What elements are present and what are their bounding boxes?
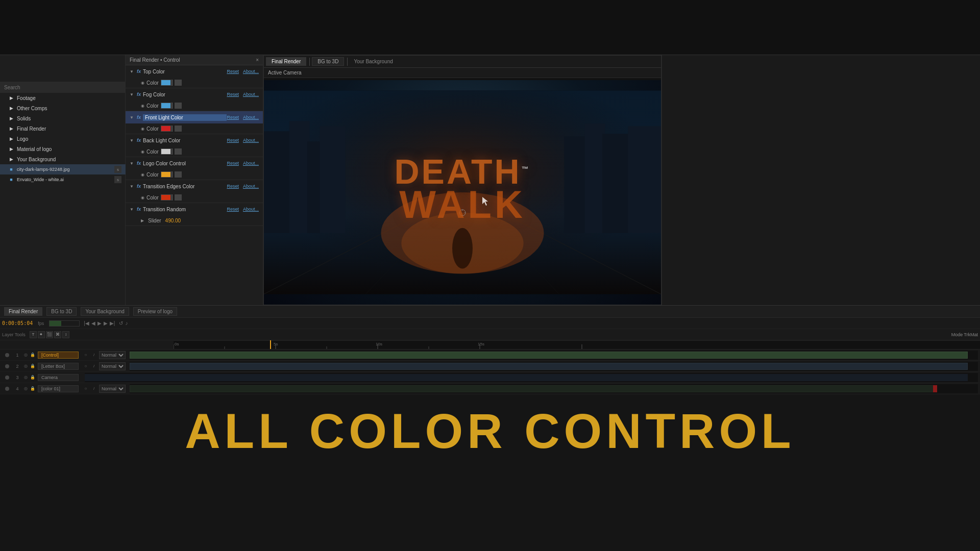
tool-btn-2[interactable]: ✦ — [38, 331, 45, 338]
transition-edges-color-sub-row[interactable]: ◉ Color — [126, 192, 263, 203]
reset-button[interactable]: Reset — [227, 184, 239, 189]
reset-button[interactable]: Reset — [227, 161, 239, 166]
color-swatch-gray6[interactable] — [175, 194, 182, 201]
about-button[interactable]: About... — [243, 207, 259, 212]
list-item-envato[interactable]: ■ Envato_Wide - white.ai s — [0, 174, 126, 185]
layer-2-shy[interactable]: ○ — [83, 363, 89, 369]
slider-row[interactable]: ▶ Slider 490.00 — [126, 215, 263, 226]
tab-your-background[interactable]: Your Background — [350, 58, 397, 65]
slider-value[interactable]: 490.00 — [165, 218, 181, 223]
about-button[interactable]: About... — [243, 184, 259, 189]
list-item-your-bg[interactable]: ▶ Your Background — [0, 154, 126, 164]
control-row-transition-edges[interactable]: ▼ fx Transition Edges Color Reset About.… — [126, 180, 263, 192]
list-item-material[interactable]: ▶ Material of logo — [0, 144, 126, 154]
reset-button[interactable]: Reset — [227, 138, 239, 143]
tab-bg-to-3d[interactable]: BG to 3D — [312, 57, 344, 66]
layer-4-shy[interactable]: ○ — [83, 386, 89, 392]
list-item-solids[interactable]: ▶ Solids — [0, 113, 126, 123]
back-light-color-sub-row[interactable]: ◉ Color — [126, 146, 263, 157]
color-swatch-orange[interactable] — [161, 171, 171, 178]
color-swatch-gray4[interactable] — [175, 148, 182, 155]
control-row-back-light[interactable]: ▼ fx Back Light Color Reset About... — [126, 134, 263, 146]
about-button[interactable]: About... — [243, 138, 259, 143]
tl-play-button[interactable]: ▶ — [97, 320, 102, 326]
logo-color-sub-row[interactable]: ◉ Color — [126, 169, 263, 180]
tl-jump-start[interactable]: |◀ — [84, 320, 89, 326]
reset-button[interactable]: Reset — [227, 115, 239, 120]
layer-2-mode-select[interactable]: Normal — [99, 362, 126, 370]
tl-timecode[interactable]: 0:00:05:04 — [2, 320, 33, 326]
tl-prev-frame[interactable]: ◀ — [91, 320, 95, 326]
layer-3-visibility[interactable] — [5, 375, 9, 380]
layer-1-visibility[interactable] — [5, 353, 9, 357]
layer-1-shy[interactable]: ○ — [83, 352, 89, 358]
layer-2-visibility[interactable] — [5, 364, 9, 368]
list-item-logo[interactable]: ▶ Logo — [0, 134, 126, 144]
color-swatch-red[interactable] — [161, 126, 171, 132]
control-row-top-color[interactable]: ▼ fx Top Color Reset About... — [126, 65, 263, 78]
color-swatch-gray[interactable] — [175, 80, 182, 86]
layer-4-label[interactable]: [color 01] — [38, 385, 79, 392]
layer-1-lock[interactable]: 🔒 — [30, 352, 36, 358]
layer-3-solo[interactable]: ◎ — [22, 374, 29, 381]
layer-4-visibility[interactable] — [5, 387, 9, 391]
layer-4-mode-select[interactable]: Normal — [99, 385, 126, 393]
color-swatch-gray5[interactable] — [175, 171, 182, 178]
tl-audio-button[interactable]: ♪ — [125, 320, 128, 326]
layer-4-collapse[interactable]: / — [91, 386, 97, 392]
layer-1-collapse[interactable]: / — [91, 352, 97, 358]
layer-2-lock[interactable]: 🔒 — [30, 363, 36, 369]
list-item-final-render[interactable]: ▶ Final Render — [0, 123, 126, 134]
about-button[interactable]: About... — [243, 69, 259, 74]
color-swatch-white[interactable] — [161, 148, 171, 155]
tool-btn-4[interactable]: ⌘ — [54, 331, 61, 338]
about-button[interactable]: About... — [243, 92, 259, 97]
color-swatch-blue[interactable] — [161, 80, 171, 86]
color-swatch-darkorange[interactable] — [161, 194, 171, 201]
left-panel: ▶ Footage ▶ Other Comps ▶ Solids ▶ Final… — [0, 55, 126, 305]
tl-tab-preview[interactable]: Preview of logo — [133, 307, 177, 316]
layer-3-lock[interactable]: 🔒 — [30, 374, 36, 381]
tl-jump-end[interactable]: ▶| — [110, 320, 115, 326]
tl-tab-bg-to-3d[interactable]: BG to 3D — [46, 307, 77, 316]
control-row-transition-random[interactable]: ▼ fx Transition Random Reset About... — [126, 203, 263, 215]
fog-color-sub-row[interactable]: ◉ Color — [126, 101, 263, 111]
color-sub-row[interactable]: ◉ Color — [126, 78, 263, 88]
tl-tab-final-render[interactable]: Final Render — [4, 307, 42, 316]
list-item-city-img[interactable]: ■ city-dark-lamps-92248.jpg s — [0, 164, 126, 174]
control-row-logo-color[interactable]: ▼ fx Logo Color Control Reset About... — [126, 157, 263, 169]
reset-button[interactable]: Reset — [227, 69, 239, 74]
reset-button[interactable]: Reset — [227, 92, 239, 97]
layer-2-label[interactable]: [Letter Box] — [38, 363, 79, 370]
search-input[interactable] — [0, 82, 126, 93]
layer-3-label[interactable]: Camera — [38, 374, 79, 381]
tl-tab-your-bg[interactable]: Your Background — [81, 307, 129, 316]
layer-2-solo[interactable]: ◎ — [22, 363, 29, 369]
color-swatch-gray3[interactable] — [175, 126, 182, 132]
tab-final-render[interactable]: Final Render — [266, 57, 306, 66]
front-light-color-sub-row[interactable]: ◉ Color — [126, 123, 263, 134]
tool-btn-1[interactable]: T — [30, 331, 37, 338]
close-icon[interactable]: × — [256, 57, 259, 63]
layer-4-lock[interactable]: 🔒 — [30, 386, 36, 392]
tl-loop-button[interactable]: ↺ — [119, 320, 123, 326]
layer-1-solo[interactable]: ◎ — [22, 352, 29, 358]
tool-btn-5[interactable]: ↕ — [62, 331, 69, 338]
about-button[interactable]: About... — [243, 161, 259, 166]
color-swatch-blue2[interactable] — [161, 103, 171, 109]
color-swatch-gray2[interactable] — [175, 103, 182, 109]
list-item-other-comps[interactable]: ▶ Other Comps — [0, 103, 126, 113]
swatch-divider — [172, 194, 173, 201]
folder-icon: ▶ — [8, 156, 14, 162]
layer-4-solo[interactable]: ◎ — [22, 386, 29, 392]
control-row-fog-color[interactable]: ▼ fx Fog Color Reset About... — [126, 88, 263, 101]
reset-button[interactable]: Reset — [227, 207, 239, 212]
tool-btn-3[interactable]: ⬛ — [46, 331, 53, 338]
about-button[interactable]: About... — [243, 115, 259, 120]
layer-1-label[interactable]: [Control] — [38, 352, 79, 359]
layer-2-collapse[interactable]: / — [91, 363, 97, 369]
layer-1-mode-select[interactable]: Normal — [99, 351, 126, 359]
list-item-footage[interactable]: ▶ Footage — [0, 93, 126, 103]
control-row-front-light[interactable]: ▼ fx Front Light Color Reset About... — [126, 111, 263, 123]
tl-next-frame[interactable]: ▶ — [104, 320, 108, 326]
